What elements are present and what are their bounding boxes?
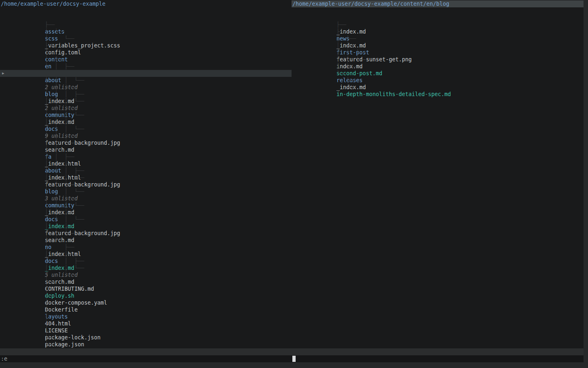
tree-row[interactable]: │ │ │ └── 9 unlisted <box>6 112 292 119</box>
tree-row[interactable]: │ └── second-post.md <box>297 49 584 56</box>
tree-row[interactable]: │ │ │ └── _index.md <box>6 98 292 105</box>
tree-row[interactable]: │ └── scss <box>6 14 292 21</box>
tree-row[interactable]: │ │ │ └── _index.md <box>6 188 292 195</box>
tree-row[interactable]: │ └── _variables_project.scss <box>6 21 292 28</box>
selection-arrow-icon: ▶ <box>2 70 6 77</box>
tree-row[interactable]: ├── content <box>6 35 292 42</box>
mode-flags: h:n gi:y <box>519 355 578 368</box>
tree-row[interactable]: │ ├── fa <box>6 132 292 139</box>
tree-row[interactable]: ├── deploy.sh <box>6 272 292 278</box>
right-panel-path[interactable]: /home/example-user/docsy-example/content… <box>292 0 584 7</box>
tree-row[interactable]: │ │ ├── featured-sunset-get.png <box>297 35 584 42</box>
tree-row[interactable]: ├── _index.md <box>297 7 584 14</box>
tree-row[interactable]: │ │ │ └── featured-background.jpg <box>6 160 292 167</box>
tree-row[interactable]: └── in-depth-monoliths-detailed-spec.md <box>297 70 584 77</box>
tree-row[interactable]: │ │ ├── _index.md <box>6 244 292 251</box>
tree-row[interactable]: └── themes <box>6 334 292 341</box>
tree-row[interactable]: ├── config.toml <box>6 28 292 35</box>
tree-row[interactable]: ├── docker-compose.yaml <box>6 278 292 285</box>
tree-row[interactable]: │ │ │ └── 2 unlisted <box>6 84 292 91</box>
tree-row[interactable]: ├── news <box>297 14 584 21</box>
entry-name: in-depth-monoliths-detailed-spec.md <box>336 91 451 97</box>
tree-row[interactable]: ├── CONTRIBUTING.md <box>6 265 292 272</box>
tree-row[interactable]: │ │ │ ├── _index.md <box>6 77 292 84</box>
right-panel-input[interactable]: h:n gi:y <box>292 355 584 362</box>
tree-row[interactable]: │ │ │ ├── _index.html <box>6 153 292 160</box>
tree-row[interactable]: │ │ │ └── 3 unlisted <box>6 174 292 181</box>
left-panel: /home/example-user/docsy-example ├── ass… <box>0 0 292 348</box>
tree-row[interactable]: ├── Dockerfile <box>6 285 292 292</box>
tree-row[interactable]: │ │ ├── _index.html <box>6 49 292 56</box>
tree-row[interactable]: │ │ └── search.md <box>6 216 292 223</box>
tree-row[interactable]: │ │ ├── _index.html <box>6 139 292 146</box>
tree-row[interactable]: ├── package-lock.json <box>6 313 292 320</box>
tree-row[interactable]: │ │ └── 5 unlisted <box>6 251 292 258</box>
right-panel: /home/example-user/docsy-example/content… <box>292 0 584 348</box>
tree-row[interactable]: │ ├── _index.html <box>6 230 292 237</box>
tree-row[interactable]: │ ├── _index.md <box>297 21 584 28</box>
tree-row[interactable]: ├── README.md <box>6 327 292 334</box>
broot-terminal: /home/example-user/docsy-example ├── ass… <box>0 0 588 368</box>
broot-app: /home/example-user/docsy-example ├── ass… <box>0 0 584 362</box>
tree-row[interactable]: │ │ ├── about <box>6 56 292 63</box>
left-tree: ├── assets │ └── scss │ └── _variables_p… <box>0 7 292 348</box>
tree-row[interactable]: │ │ ├── community <box>6 181 292 188</box>
tree-row[interactable]: ├── _index.md <box>297 63 584 70</box>
tree-row[interactable]: │ └── 404.html <box>6 299 292 306</box>
tree-branch: ├── <box>336 77 356 83</box>
tree-row[interactable]: └── releases <box>297 56 584 63</box>
tree-row[interactable]: └── docsy <box>6 341 292 348</box>
tree-row[interactable]: │ │ ├── docs <box>6 195 292 202</box>
tree-row[interactable]: │ ├── first-post <box>297 28 584 35</box>
right-tree: ├── _index.md ├── news │ ├── _index.md <box>292 7 584 77</box>
tree-row[interactable]: ▶ │ │ ├── blog <box>0 70 292 77</box>
tree-row[interactable]: │ │ ├── community <box>6 91 292 98</box>
tree-row[interactable]: │ │ │ └── _index.md <box>6 202 292 209</box>
left-panel-path[interactable]: /home/example-user/docsy-example <box>0 0 292 7</box>
scrollbar-track[interactable] <box>584 0 588 362</box>
tree-row[interactable]: ├── package.json <box>6 320 292 327</box>
tree-row[interactable]: │ ├── docs <box>6 237 292 244</box>
tree-row[interactable]: │ ├── en <box>6 42 292 49</box>
tree-row[interactable]: │ │ └── search.md <box>6 126 292 132</box>
tree-row[interactable]: │ │ │ └── 2 unlisted <box>6 63 292 70</box>
tree-row[interactable]: │ └── no <box>6 223 292 230</box>
tree-row[interactable]: │ │ ├── blog <box>6 167 292 174</box>
tree-row[interactable]: │ │ ├── docs <box>6 105 292 112</box>
tree-row[interactable]: │ └── search.md <box>6 258 292 265</box>
input-row: :e h:n gi:y <box>0 355 584 362</box>
tree-row[interactable]: ├── assets <box>6 7 292 14</box>
tree-row[interactable]: │ │ ├── featured-background.jpg <box>6 119 292 126</box>
tree-row[interactable]: │ │ └── index.md <box>297 42 584 49</box>
command-input[interactable]: :e <box>0 355 292 362</box>
status-bar: Hit enter to go up, ? for help, or a few… <box>0 348 584 355</box>
tree-row[interactable]: ├── LICENSE <box>6 306 292 313</box>
tree-branch: └── <box>336 84 356 90</box>
text-cursor <box>292 356 296 362</box>
tree-row[interactable]: ├── layouts <box>6 292 292 299</box>
tree-row[interactable]: │ │ ├── featured-background.jpg <box>6 209 292 216</box>
tree-row[interactable]: │ │ ├── about <box>6 146 292 153</box>
